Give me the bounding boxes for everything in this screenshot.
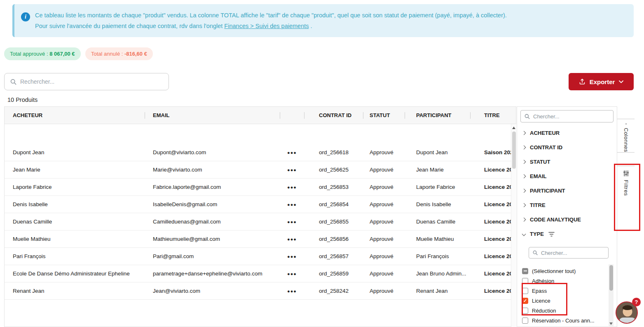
search-icon [10, 79, 16, 85]
checkbox[interactable] [522, 288, 528, 294]
sidebar-item-statut[interactable]: STATUT [517, 155, 617, 169]
cell-statut: Approuvé [363, 236, 405, 242]
cell-participant: Muelie Mathieu [405, 236, 470, 242]
table-row[interactable]: Pari François Pari@gmail.com ●●● ord_256… [5, 248, 516, 265]
cell-participant: Jean Bruno Admin... [405, 271, 470, 277]
table-row[interactable]: Dupont Jean Dupont@viviarto.com ●●● ord_… [5, 144, 516, 161]
scroll-down-icon[interactable] [609, 322, 613, 325]
row-actions-button[interactable]: ●●● [280, 150, 304, 155]
cell-email: Pari@gmail.com [145, 253, 280, 259]
option-label: Licence [532, 298, 550, 304]
search-input[interactable] [20, 78, 163, 85]
sidebar-item-type[interactable]: TYPE [517, 227, 617, 241]
cell-titre: Licence 2024 [470, 236, 516, 242]
scrollbar-thumb[interactable] [512, 132, 516, 169]
info-banner-text: Ce tableau liste les montants de chaque … [35, 10, 625, 31]
cell-contrat-id: ord_256853 [304, 184, 363, 190]
option-label: Réduction [532, 308, 556, 314]
column-header-titre[interactable]: TITRE [470, 107, 516, 124]
sidebar-item-code-analytique[interactable]: CODE ANALYTIQUE [517, 212, 617, 227]
ellipsis-icon: ●●● [287, 202, 297, 207]
checkbox[interactable] [522, 278, 528, 284]
column-header-acheteur[interactable]: ACHETEUR [5, 107, 145, 124]
options-scrollbar[interactable] [609, 264, 614, 327]
side-tab-strip: Colonnes Filtres [617, 106, 634, 327]
export-button[interactable]: Exporter [569, 73, 634, 90]
info-line2-prefix: Pour suivre l'avancée du paiement de cha… [35, 23, 224, 29]
table-row[interactable]: Laporte Fabrice Fabrice.laporte@gmail.co… [5, 179, 516, 196]
column-header-statut[interactable]: STATUT [363, 107, 405, 124]
field-label: CONTRAT ID [530, 144, 562, 151]
type-filter-search-input[interactable] [541, 250, 604, 256]
field-label: CODE ANALYTIQUE [530, 216, 581, 223]
table-row[interactable]: Ecole De Danse Démo Administrateur Ephel… [5, 265, 516, 282]
sidebar-item-contrat-id[interactable]: CONTRAT ID [517, 140, 617, 155]
row-actions-button[interactable]: ●●● [280, 167, 304, 172]
panel-search-input[interactable] [533, 113, 609, 120]
cell-titre: Licence 2024 [470, 271, 516, 277]
checkbox-checked[interactable] [522, 298, 528, 304]
option-label: (Sélectionner tout) [532, 268, 576, 274]
chevron-right-icon [522, 146, 526, 150]
filter-option-reservation[interactable]: Réservation - Cours ann... [517, 315, 617, 325]
tab-filtres[interactable]: Filtres [617, 166, 635, 231]
filters-panel: ACHETEUR CONTRAT ID STATUT EMAIL PARTICI… [517, 106, 617, 327]
table-row[interactable]: Jean Marie Marie@viviarto.com ●●● ord_25… [5, 161, 516, 179]
table-row[interactable]: Renant Jean Jean@viviarto.com ●●● ord_25… [5, 282, 516, 300]
column-header-actions [280, 107, 304, 124]
row-actions-button[interactable]: ●●● [280, 185, 304, 190]
payments-link[interactable]: Finances > Suivi des paiements [224, 23, 309, 29]
cell-statut: Approuvé [363, 271, 405, 277]
column-header-participant[interactable]: PARTICIPANT [405, 107, 470, 124]
cell-acheteur: Laporte Fabrice [5, 184, 145, 190]
cell-participant: Renant Jean [405, 288, 470, 294]
filter-option-licence[interactable]: Licence [517, 296, 617, 306]
tab-colonnes[interactable]: Colonnes [617, 119, 635, 153]
page: i Ce tableau liste les montants de chaqu… [0, 0, 644, 327]
cell-statut: Approuvé [363, 288, 405, 294]
column-header-email[interactable]: EMAIL [145, 107, 280, 124]
tab-filtres-label: Filtres [623, 180, 629, 196]
cell-statut: Approuvé [363, 184, 405, 190]
sidebar-item-titre[interactable]: TITRE [517, 198, 617, 212]
sidebar-item-acheteur[interactable]: ACHETEUR [517, 126, 617, 140]
checkbox[interactable] [522, 318, 528, 324]
table-row[interactable]: Denis Isabelle IsabelleDenis@gmail.com ●… [5, 196, 516, 213]
cell-participant: Pari François [405, 253, 470, 259]
filter-option-adhesion[interactable]: Adhésion [517, 276, 617, 286]
help-badge[interactable]: ? [632, 298, 641, 306]
cell-email: Mathieumuelie@gmail.com [145, 236, 280, 242]
checkbox-indeterminate[interactable] [522, 268, 528, 274]
chevron-right-icon [522, 189, 526, 193]
scroll-up-icon[interactable] [512, 127, 515, 129]
checkbox[interactable] [522, 308, 528, 314]
sidebar-item-email[interactable]: EMAIL [517, 169, 617, 183]
row-actions-button[interactable]: ●●● [280, 202, 304, 207]
table-row[interactable]: Duenas Camille Camilleduenas@gmail.com ●… [5, 213, 516, 231]
column-header-contrat-id[interactable]: CONTRAT ID [304, 107, 363, 124]
cell-contrat-id: ord_258242 [304, 288, 363, 294]
cell-participant: Jean Marie [405, 167, 470, 173]
filter-option-select-all[interactable]: (Sélectionner tout) [517, 266, 617, 276]
cell-statut: Approuvé [363, 201, 405, 207]
table-row[interactable]: Muelie Mathieu Mathieumuelie@gmail.com ●… [5, 231, 516, 248]
row-actions-button[interactable]: ●●● [280, 254, 304, 259]
info-icon: i [21, 12, 30, 21]
cell-statut: Approuvé [363, 149, 405, 155]
row-actions-button[interactable]: ●●● [280, 289, 304, 294]
row-actions-button[interactable]: ●●● [280, 271, 304, 276]
option-label: Réservation - Cours ann... [532, 318, 595, 324]
cell-titre: Saison 2025- [470, 149, 516, 155]
cell-titre: Licence 2025 [470, 167, 516, 173]
row-actions-button[interactable]: ●●● [280, 237, 304, 242]
cell-email: Camilleduenas@gmail.com [145, 219, 280, 225]
row-actions-button[interactable]: ●●● [280, 219, 304, 224]
cell-email: parametrage+danse+epheline@viviarto.com [145, 271, 280, 277]
cell-acheteur: Renant Jean [5, 288, 145, 294]
filter-option-epass[interactable]: Epass [517, 286, 617, 296]
table-scrollbar[interactable] [511, 124, 516, 327]
sidebar-item-participant[interactable]: PARTICIPANT [517, 183, 617, 198]
filter-option-reduction[interactable]: Réduction [517, 306, 617, 315]
scrollbar-thumb[interactable] [609, 265, 613, 291]
export-icon [579, 78, 585, 85]
